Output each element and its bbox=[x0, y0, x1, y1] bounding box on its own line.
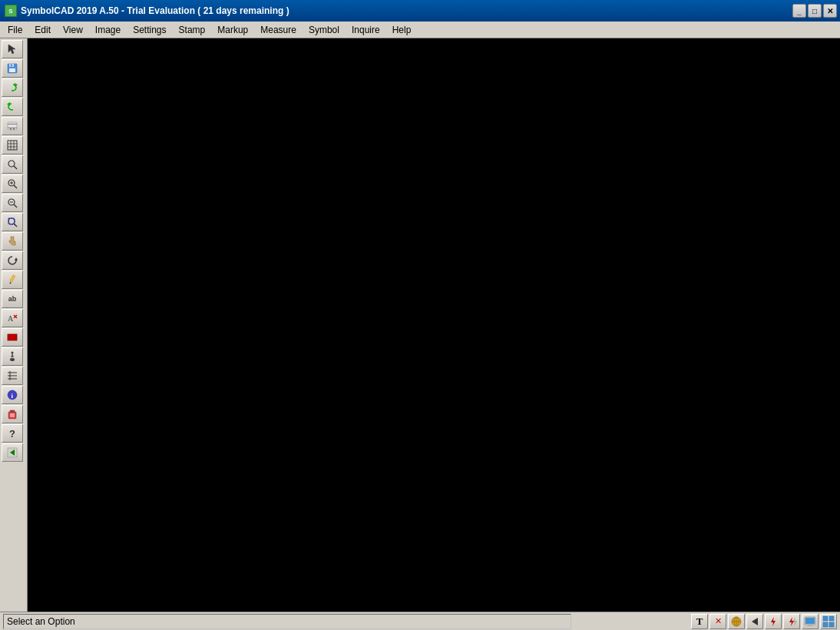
status-icons: T ✕ bbox=[691, 614, 837, 629]
tool-info[interactable]: i bbox=[2, 386, 23, 404]
menu-stamp[interactable]: Stamp bbox=[173, 22, 212, 38]
svg-rect-30 bbox=[10, 275, 15, 282]
svg-rect-35 bbox=[8, 334, 17, 340]
menu-settings[interactable]: Settings bbox=[127, 22, 172, 38]
left-toolbar: ab A bbox=[0, 38, 28, 612]
tool-pan[interactable] bbox=[2, 232, 23, 250]
menu-inquire[interactable]: Inquire bbox=[346, 22, 386, 38]
tool-extra[interactable] bbox=[2, 443, 23, 462]
tool-zoom-fit[interactable] bbox=[2, 155, 23, 174]
svg-rect-12 bbox=[8, 141, 17, 150]
minimize-button[interactable]: _ bbox=[792, 4, 806, 18]
tool-attribute[interactable] bbox=[2, 366, 23, 385]
svg-rect-4 bbox=[11, 65, 12, 67]
tool-box[interactable] bbox=[2, 328, 23, 346]
tool-zoom-area[interactable] bbox=[2, 213, 23, 231]
status-lightning2-icon[interactable] bbox=[783, 614, 800, 629]
tool-fill[interactable] bbox=[2, 347, 23, 366]
svg-marker-29 bbox=[15, 257, 18, 260]
status-close-icon[interactable]: ✕ bbox=[709, 614, 726, 629]
svg-line-20 bbox=[14, 185, 17, 188]
svg-marker-55 bbox=[752, 618, 758, 625]
tool-help[interactable]: ? bbox=[2, 424, 23, 443]
status-lightning1-icon[interactable] bbox=[765, 614, 782, 629]
menu-help[interactable]: Help bbox=[386, 22, 418, 38]
svg-rect-8 bbox=[8, 124, 17, 124]
content-area: ab A bbox=[0, 38, 840, 612]
svg-point-17 bbox=[8, 161, 15, 167]
tool-delete[interactable] bbox=[2, 405, 23, 423]
menu-symbol[interactable]: Symbol bbox=[303, 22, 346, 38]
svg-marker-58 bbox=[792, 617, 797, 626]
svg-rect-64 bbox=[829, 616, 834, 621]
status-bar: Select an Option T ✕ bbox=[0, 612, 840, 630]
menu-file[interactable]: File bbox=[2, 22, 28, 38]
svg-text:A: A bbox=[8, 314, 14, 323]
svg-rect-11 bbox=[13, 128, 15, 130]
svg-rect-9 bbox=[8, 128, 17, 128]
app-icon: S bbox=[5, 5, 17, 17]
tool-zoom-out[interactable] bbox=[2, 194, 23, 212]
tool-grid[interactable] bbox=[2, 136, 23, 154]
status-text: Select an Option bbox=[3, 614, 571, 629]
status-monitor-icon[interactable] bbox=[802, 614, 819, 629]
tool-draw[interactable] bbox=[2, 270, 23, 289]
title-bar: S SymbolCAD 2019 A.50 - Trial Evaluation… bbox=[0, 0, 840, 22]
maximize-button[interactable]: □ bbox=[808, 4, 822, 18]
tool-redo[interactable] bbox=[2, 78, 23, 97]
svg-marker-0 bbox=[8, 45, 15, 54]
tool-zoom-in[interactable] bbox=[2, 174, 23, 193]
svg-marker-56 bbox=[771, 617, 776, 626]
status-globe-icon[interactable] bbox=[728, 614, 745, 629]
title-left: S SymbolCAD 2019 A.50 - Trial Evaluation… bbox=[5, 5, 289, 17]
canvas-area[interactable] bbox=[28, 38, 840, 612]
svg-marker-31 bbox=[9, 282, 12, 285]
close-button[interactable]: ✕ bbox=[823, 4, 837, 18]
svg-point-26 bbox=[8, 218, 15, 224]
tool-text-tool[interactable]: A bbox=[2, 309, 23, 327]
status-grid-icon[interactable] bbox=[820, 614, 837, 629]
svg-rect-45 bbox=[10, 410, 15, 412]
svg-rect-61 bbox=[808, 625, 812, 626]
menu-view[interactable]: View bbox=[57, 22, 89, 38]
svg-rect-62 bbox=[806, 625, 814, 626]
menu-edit[interactable]: Edit bbox=[28, 22, 57, 38]
title-text: SymbolCAD 2019 A.50 - Trial Evaluation (… bbox=[21, 5, 289, 16]
svg-line-18 bbox=[14, 166, 17, 169]
tool-rotate[interactable] bbox=[2, 251, 23, 270]
svg-point-37 bbox=[12, 352, 14, 354]
menu-bar: File Edit View Image Settings Stamp Mark… bbox=[0, 22, 840, 38]
tool-erase[interactable] bbox=[2, 117, 23, 135]
svg-rect-63 bbox=[823, 616, 828, 621]
svg-line-24 bbox=[14, 204, 17, 207]
window-controls: _ □ ✕ bbox=[792, 4, 837, 18]
svg-rect-66 bbox=[829, 622, 834, 627]
menu-markup[interactable]: Markup bbox=[211, 22, 254, 38]
main-layout: ab A bbox=[0, 38, 840, 630]
svg-rect-3 bbox=[9, 68, 15, 72]
svg-rect-7 bbox=[8, 122, 17, 130]
svg-point-36 bbox=[10, 358, 15, 361]
svg-rect-60 bbox=[805, 618, 815, 624]
tool-undo[interactable] bbox=[2, 98, 23, 116]
status-back-icon[interactable] bbox=[746, 614, 763, 629]
tool-select[interactable] bbox=[2, 40, 23, 58]
svg-rect-65 bbox=[823, 622, 828, 627]
svg-rect-10 bbox=[10, 128, 12, 130]
status-text-icon[interactable]: T bbox=[691, 614, 708, 629]
tool-text[interactable]: ab bbox=[2, 290, 23, 308]
tool-save[interactable] bbox=[2, 59, 23, 78]
menu-measure[interactable]: Measure bbox=[254, 22, 303, 38]
menu-image[interactable]: Image bbox=[89, 22, 127, 38]
